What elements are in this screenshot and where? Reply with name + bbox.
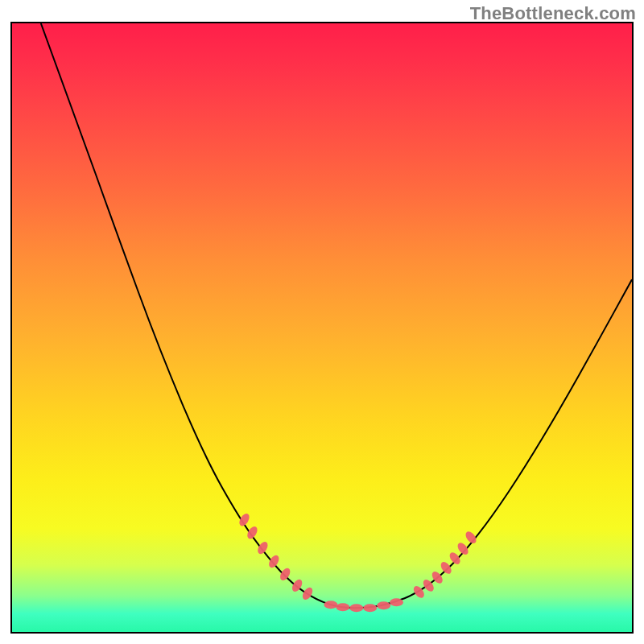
curve-marker [324,601,337,609]
curve-marker [448,551,462,566]
curve-marker [363,604,377,612]
watermark-text: TheBottleneck.com [470,3,636,24]
curve-marker [430,570,444,585]
curve-marker [336,603,349,611]
curve-marker [377,601,390,609]
curve-marker [390,598,403,606]
plot-area [10,22,634,634]
chart-curve [12,23,632,632]
curve-marker [349,604,363,612]
curve-marker [439,560,453,576]
curve-marker [300,586,314,602]
curve-marker [411,584,426,600]
curve-marker [246,525,259,541]
curve-marker [267,554,281,570]
curve-marker [256,540,270,556]
curve-marker [456,541,470,556]
